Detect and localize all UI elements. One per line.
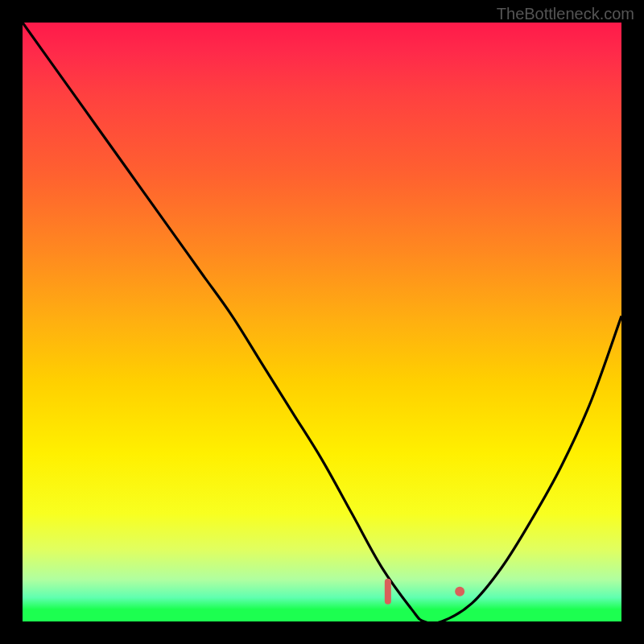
attribution-text: TheBottleneck.com — [497, 5, 634, 23]
bottleneck-curve-svg — [23, 23, 621, 621]
bottleneck-curve — [23, 23, 621, 621]
plot-area — [23, 23, 621, 621]
marker-flat-zone-right — [455, 587, 464, 597]
